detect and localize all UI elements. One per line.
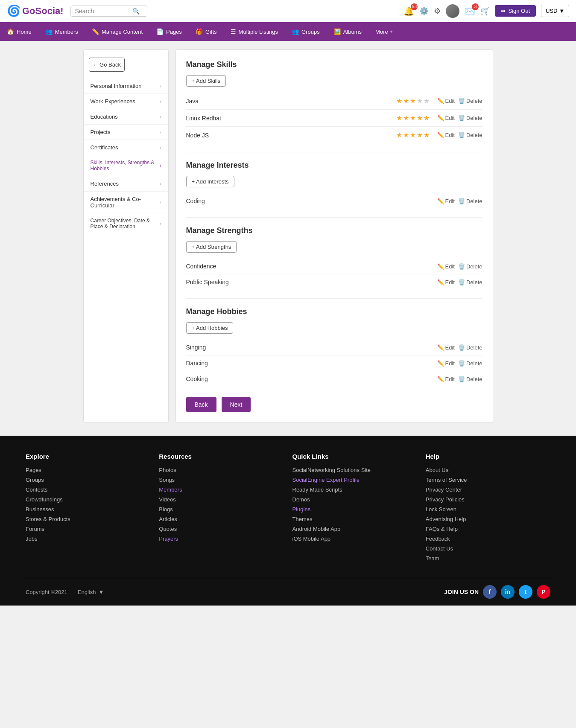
footer-link[interactable]: Advertising Help <box>426 516 550 522</box>
footer-link[interactable]: Songs <box>159 477 284 483</box>
search-icon[interactable]: 🔍 <box>132 8 140 15</box>
delete-hobby-button[interactable]: 🗑️ Delete <box>458 360 482 367</box>
footer-link[interactable]: iOS Mobile App <box>292 536 417 542</box>
messages-button[interactable]: ✉️ 3 <box>465 6 475 16</box>
nav-gifts[interactable]: 🎁 Gifts <box>189 22 224 41</box>
add-strengths-button[interactable]: + Add Strengths <box>186 241 237 253</box>
footer-link[interactable]: Android Mobile App <box>292 526 417 532</box>
footer-help-title: Help <box>426 453 550 460</box>
add-interests-button[interactable]: + Add Interests <box>186 176 234 187</box>
edit-strength-button[interactable]: ✏️ Edit <box>437 263 455 270</box>
twitter-icon[interactable]: t <box>519 585 532 599</box>
sign-out-button[interactable]: ➡ Sign Out <box>495 5 536 17</box>
edit-skill-button[interactable]: ✏️ Edit <box>437 98 455 104</box>
delete-interest-button[interactable]: 🗑️ Delete <box>458 198 482 204</box>
back-button[interactable]: Back <box>186 397 216 412</box>
footer-link[interactable]: Privacy Policies <box>426 496 550 503</box>
notifications-button[interactable]: 🔔 93 <box>403 6 414 16</box>
delete-strength-button[interactable]: 🗑️ Delete <box>458 279 482 285</box>
footer-link[interactable]: Themes <box>292 516 417 522</box>
footer-link[interactable]: Ready Made Scripts <box>292 486 417 493</box>
search-input[interactable] <box>75 8 131 15</box>
logo[interactable]: 🌀 GoSocia! <box>7 4 64 17</box>
chevron-right-icon: › <box>160 199 161 205</box>
edit-hobby-button[interactable]: ✏️ Edit <box>437 360 455 367</box>
cart-icon[interactable]: 🛒 <box>480 6 490 16</box>
edit-skill-button[interactable]: ✏️ Edit <box>437 115 455 121</box>
pinterest-icon[interactable]: P <box>537 585 550 599</box>
delete-skill-button[interactable]: 🗑️ Delete <box>458 132 482 138</box>
footer-link[interactable]: Forums <box>26 526 150 532</box>
footer-link[interactable]: Prayers <box>159 536 284 542</box>
footer-link[interactable]: Contact Us <box>426 545 550 552</box>
delete-skill-button[interactable]: 🗑️ Delete <box>458 115 482 121</box>
footer-link[interactable]: Pages <box>26 467 150 473</box>
footer-link[interactable]: Lock Screen <box>426 506 550 513</box>
tools-icon[interactable]: ⚙️ <box>419 6 429 16</box>
edit-skill-button[interactable]: ✏️ Edit <box>437 132 455 138</box>
footer-link[interactable]: Privacy Center <box>426 486 550 493</box>
footer-link[interactable]: Photos <box>159 467 284 473</box>
nav-manage-content[interactable]: ✏️ Manage Content <box>85 22 149 41</box>
footer-link[interactable]: Feedback <box>426 536 550 542</box>
footer-link[interactable]: Members <box>159 486 284 493</box>
sidebar-item-educations[interactable]: Educations › <box>84 109 168 125</box>
language-select[interactable]: English ▼ <box>78 589 104 595</box>
nav-members[interactable]: 👥 Members <box>38 22 85 41</box>
facebook-icon[interactable]: f <box>483 585 497 599</box>
footer-link[interactable]: FAQs & Help <box>426 526 550 532</box>
footer-link[interactable]: Contests <box>26 486 150 493</box>
footer-link[interactable]: Groups <box>26 477 150 483</box>
add-hobbies-button[interactable]: + Add Hobbies <box>186 322 234 334</box>
chevron-right-icon: › <box>160 99 161 105</box>
footer-link[interactable]: Plugins <box>292 506 417 513</box>
delete-skill-button[interactable]: 🗑️ Delete <box>458 98 482 104</box>
footer-link[interactable]: Demos <box>292 496 417 503</box>
footer-link[interactable]: SocialEngine Expert Profile <box>292 477 417 483</box>
footer-link[interactable]: Team <box>426 555 550 562</box>
footer-link[interactable]: About Us <box>426 467 550 473</box>
nav-pages[interactable]: 📄 Pages <box>149 22 189 41</box>
footer-link[interactable]: Blogs <box>159 506 284 513</box>
sidebar-item-references[interactable]: References › <box>84 176 168 192</box>
delete-strength-button[interactable]: 🗑️ Delete <box>458 263 482 270</box>
add-skills-button[interactable]: + Add Skills <box>186 75 226 87</box>
footer-link[interactable]: Articles <box>159 516 284 522</box>
nav-home[interactable]: 🏠 Home <box>0 22 38 41</box>
footer-link[interactable]: Quotes <box>159 526 284 532</box>
nav-groups[interactable]: 👥 Groups <box>285 22 327 41</box>
footer-link[interactable]: SocialNetworking Solutions Site <box>292 467 417 473</box>
sidebar-item-work-experiences[interactable]: Work Experiences › <box>84 94 168 109</box>
footer-link[interactable]: Businesses <box>26 506 150 513</box>
sidebar-item-career-objectives[interactable]: Career Objectives, Date & Place & Declar… <box>84 213 168 234</box>
edit-strength-button[interactable]: ✏️ Edit <box>437 279 455 285</box>
header-right: 🔔 93 ⚙️ ⚙ ✉️ 3 🛒 ➡ Sign Out USD ▼ <box>403 4 569 18</box>
search-bar[interactable]: 🔍 <box>70 6 147 17</box>
currency-button[interactable]: USD ▼ <box>541 5 569 17</box>
footer-link[interactable]: Jobs <box>26 536 150 542</box>
edit-interest-button[interactable]: ✏️ Edit <box>437 198 455 204</box>
footer-link[interactable]: Crowdfundings <box>26 496 150 503</box>
sidebar-item-achievements[interactable]: Achievements & Co-Curricular › <box>84 192 168 213</box>
delete-hobby-button[interactable]: 🗑️ Delete <box>458 376 482 382</box>
edit-hobby-button[interactable]: ✏️ Edit <box>437 344 455 351</box>
footer-link[interactable]: Terms of Service <box>426 477 550 483</box>
footer-link[interactable]: Videos <box>159 496 284 503</box>
delete-hobby-button[interactable]: 🗑️ Delete <box>458 344 482 351</box>
edit-hobby-button[interactable]: ✏️ Edit <box>437 376 455 382</box>
next-button[interactable]: Next <box>222 397 251 412</box>
linkedin-icon[interactable]: in <box>501 585 515 599</box>
nav-multiple-listings[interactable]: ☰ Multiple Listings <box>224 22 285 41</box>
go-back-button[interactable]: ← Go Back <box>89 58 125 72</box>
settings-icon[interactable]: ⚙ <box>434 6 441 16</box>
sidebar-item-certificates[interactable]: Certificates › <box>84 140 168 155</box>
footer-link[interactable]: Stores & Products <box>26 516 150 522</box>
sidebar-item-skills-interests[interactable]: Skills, Interests, Strengths & Hobbies › <box>84 155 168 176</box>
nav-albums[interactable]: 🖼️ Albums <box>327 22 368 41</box>
sidebar-item-projects[interactable]: Projects › <box>84 125 168 140</box>
sidebar-item-personal-info[interactable]: Personal Information › <box>84 79 168 94</box>
chevron-right-icon: › <box>160 181 161 187</box>
nav-more[interactable]: More + <box>368 22 400 41</box>
hobbies-title: Manage Hobbies <box>186 307 482 316</box>
avatar[interactable] <box>446 4 459 18</box>
